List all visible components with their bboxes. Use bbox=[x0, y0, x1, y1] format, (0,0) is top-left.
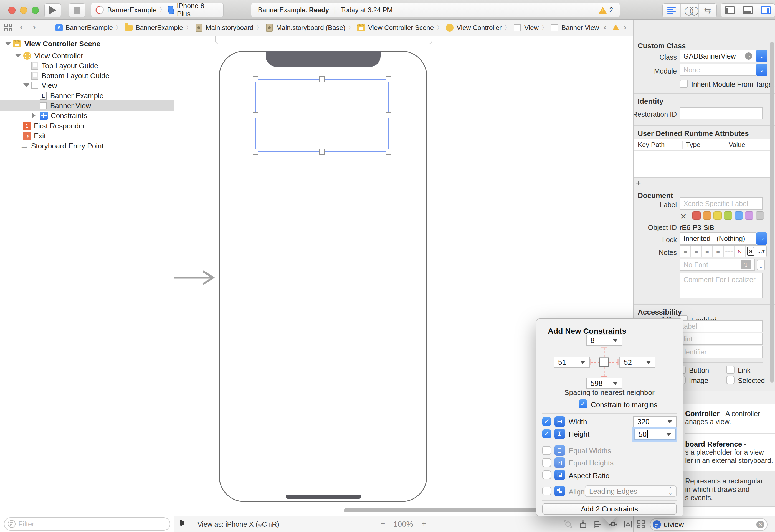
outline-row-view[interactable]: View bbox=[0, 80, 174, 90]
outline-row-banner-example[interactable]: L Banner Example bbox=[0, 91, 174, 101]
standard-editor-button[interactable] bbox=[663, 4, 681, 17]
lock-stepper-button[interactable]: ⌵ bbox=[756, 232, 767, 244]
remove-attribute-button[interactable]: — bbox=[646, 176, 654, 185]
disclosure-triangle[interactable] bbox=[32, 113, 35, 119]
align-center-button[interactable]: ≡ bbox=[691, 246, 702, 257]
width-checkbox[interactable] bbox=[542, 417, 551, 426]
outline-row-first-responder[interactable]: 1 First Responder bbox=[0, 121, 174, 131]
equal-heights-checkbox[interactable] bbox=[542, 458, 551, 467]
next-issue-button[interactable]: › bbox=[624, 22, 627, 32]
accessibility-label-field[interactable]: Label bbox=[676, 320, 763, 332]
warning-count[interactable]: ! 2 bbox=[599, 6, 613, 14]
outline-row-view-controller[interactable]: View Controller bbox=[0, 51, 174, 61]
height-checkbox[interactable] bbox=[542, 429, 551, 438]
align-right-button[interactable]: ≡ bbox=[702, 246, 713, 257]
color-swatch-red[interactable] bbox=[692, 211, 701, 220]
breadcrumb-item[interactable]: BannerExample bbox=[65, 24, 113, 32]
breadcrumb-item[interactable]: Main.storyboard (Base) bbox=[276, 24, 345, 32]
outline-row-bottom-layout-guide[interactable]: Bottom Layout Guide bbox=[0, 71, 174, 81]
add-attribute-button[interactable]: + bbox=[636, 178, 641, 188]
outline-row-banner-view[interactable]: Banner View bbox=[0, 101, 174, 111]
module-dropdown-button[interactable]: ⌄ bbox=[756, 64, 767, 76]
color-swatch-blue[interactable] bbox=[735, 211, 743, 220]
color-swatch-yellow[interactable] bbox=[713, 211, 722, 220]
resize-handle[interactable] bbox=[386, 149, 392, 155]
class-dropdown-button[interactable]: ⌄ bbox=[756, 50, 767, 62]
disclosure-triangle[interactable] bbox=[15, 54, 21, 58]
prev-issue-button[interactable]: ‹ bbox=[604, 22, 607, 32]
toggle-navigator-button[interactable] bbox=[721, 4, 739, 17]
trait-link-checkbox[interactable] bbox=[726, 366, 735, 374]
breadcrumb-item[interactable]: Main.storyboard bbox=[206, 24, 253, 32]
outline-row-top-layout-guide[interactable]: Top Layout Guide bbox=[0, 61, 174, 71]
back-button[interactable]: ‹ bbox=[20, 22, 23, 32]
jump-arrow-icon[interactable]: → bbox=[745, 52, 752, 60]
height-value-field[interactable]: 50 bbox=[634, 429, 676, 440]
color-swatch-purple[interactable] bbox=[745, 211, 753, 220]
font-field[interactable]: No Font T bbox=[680, 258, 755, 271]
scheme-selector[interactable]: BannerExample 〉 iPhone 8 Plus bbox=[91, 3, 223, 17]
align-option-dropdown[interactable]: Leading Edges ⌃⌄ bbox=[585, 485, 677, 497]
resolve-issues-button[interactable] bbox=[622, 519, 634, 530]
breadcrumb-item[interactable]: BannerExample bbox=[136, 24, 183, 32]
outline-row-constraints[interactable]: Constraints bbox=[0, 111, 174, 121]
zoom-out-button[interactable]: − bbox=[380, 519, 385, 528]
assistant-editor-button[interactable]: ◯◯ bbox=[681, 4, 699, 17]
entry-point-arrow[interactable] bbox=[174, 270, 220, 286]
text-attr-button[interactable]: a bbox=[747, 247, 754, 256]
align-button[interactable] bbox=[592, 519, 604, 530]
clear-search-button[interactable]: ✕ bbox=[756, 521, 764, 528]
aspect-ratio-checkbox[interactable] bbox=[542, 470, 551, 479]
color-swatch-gray[interactable] bbox=[756, 211, 764, 220]
inherit-module-checkbox[interactable] bbox=[680, 80, 688, 88]
view-as-button[interactable]: View as: iPhone X (wC hR) bbox=[197, 520, 279, 528]
resize-handle[interactable] bbox=[386, 112, 392, 118]
module-field[interactable]: None bbox=[680, 64, 756, 76]
font-picker-icon[interactable]: T bbox=[741, 260, 751, 269]
accessibility-hint-field[interactable]: Hint bbox=[676, 333, 763, 345]
resize-handle[interactable] bbox=[253, 149, 258, 155]
disclosure-triangle[interactable] bbox=[5, 42, 11, 46]
outline-toggle-icon[interactable] bbox=[180, 520, 182, 526]
resize-handle[interactable] bbox=[386, 76, 392, 82]
align-checkbox[interactable] bbox=[542, 487, 551, 495]
document-label-field[interactable]: Xcode Specific Label bbox=[680, 197, 763, 210]
align-left-button[interactable]: ≡ bbox=[680, 246, 691, 257]
issue-warning-icon[interactable] bbox=[613, 24, 619, 30]
update-frames-button[interactable] bbox=[562, 519, 574, 530]
localizer-comment-field[interactable]: Comment For Localizer bbox=[680, 273, 763, 299]
zoom-button[interactable] bbox=[32, 7, 39, 14]
clear-color-button[interactable]: ✕ bbox=[680, 212, 687, 221]
library-item[interactable]: board Reference - bbox=[685, 440, 746, 449]
font-size-stepper[interactable]: ⌃⌄ bbox=[757, 259, 765, 270]
minimize-button[interactable] bbox=[20, 7, 27, 14]
zoom-in-button[interactable]: + bbox=[422, 519, 426, 528]
stop-button[interactable] bbox=[69, 3, 85, 17]
breadcrumb-item[interactable]: View Controller bbox=[457, 24, 502, 32]
outline-row-scene[interactable]: View Controller Scene bbox=[0, 39, 174, 49]
trait-selected-checkbox[interactable] bbox=[726, 376, 735, 384]
resize-handle[interactable] bbox=[253, 112, 258, 118]
library-item[interactable]: Controller - A controller bbox=[685, 409, 760, 418]
color-swatch-green[interactable] bbox=[724, 211, 732, 220]
lock-dropdown[interactable]: Inherited - (Nothing) bbox=[680, 232, 756, 244]
breadcrumb-item[interactable]: View Controller Scene bbox=[368, 24, 434, 32]
library-search-field[interactable]: uiview ✕ bbox=[650, 518, 768, 531]
equal-widths-checkbox[interactable] bbox=[542, 446, 551, 455]
accessibility-identifier-field[interactable]: Identifier bbox=[676, 346, 763, 358]
library-item-selected[interactable]: Represents a rectangular bbox=[685, 477, 763, 485]
forward-button[interactable]: › bbox=[33, 22, 36, 32]
related-items-button[interactable] bbox=[4, 24, 13, 32]
breadcrumb-item[interactable]: Banner View bbox=[562, 24, 599, 32]
color-swatch-orange[interactable] bbox=[703, 211, 711, 220]
disclosure-triangle[interactable] bbox=[23, 83, 29, 87]
outline-row-entry-point[interactable]: → Storyboard Entry Point bbox=[0, 141, 174, 151]
resize-handle[interactable] bbox=[319, 76, 325, 82]
run-button[interactable] bbox=[44, 3, 61, 17]
resize-handle[interactable] bbox=[319, 149, 325, 155]
selected-banner-view[interactable] bbox=[255, 79, 389, 152]
constrain-to-margins-checkbox[interactable] bbox=[579, 399, 588, 408]
resize-handle[interactable] bbox=[253, 76, 258, 82]
toggle-inspector-button[interactable] bbox=[757, 4, 775, 17]
add-constraints-submit-button[interactable]: Add 2 Constraints bbox=[542, 503, 677, 515]
